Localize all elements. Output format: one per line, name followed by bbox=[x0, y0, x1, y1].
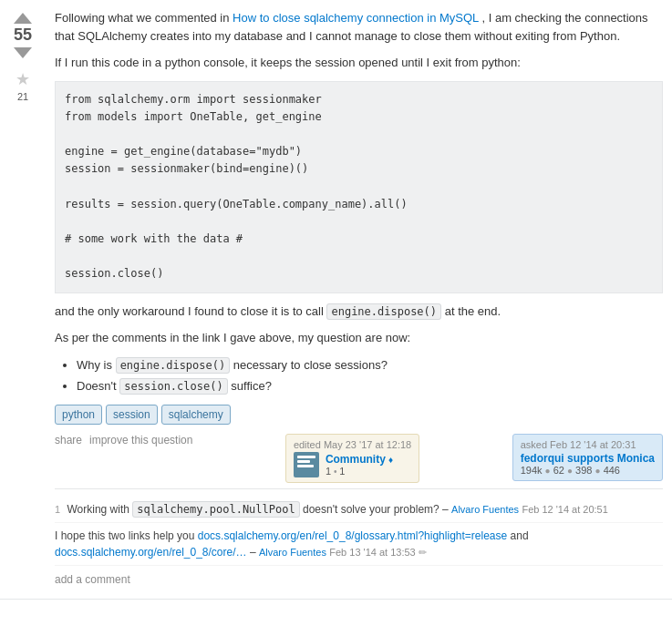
asker-rep: 194k bbox=[521, 465, 543, 476]
comment-user-1[interactable]: Alvaro Fuentes bbox=[451, 504, 519, 515]
engine-dispose-code-1: engine.dispose() bbox=[116, 357, 231, 374]
add-comment-link[interactable]: add a comment bbox=[55, 570, 130, 590]
comment-link-2[interactable]: docs.sqlalchemy.org/en/rel_0_8/core/… bbox=[55, 546, 247, 559]
comment-section: 1 Working with sqlalchemy.pool.NullPool … bbox=[55, 488, 663, 590]
community-user-icon bbox=[294, 452, 319, 477]
vote-count: 55 bbox=[14, 26, 32, 46]
asked-label: asked Feb 12 '14 at 20:31 bbox=[521, 439, 655, 450]
asker-stats: 194k ● 62 ● 398 ● 446 bbox=[521, 465, 655, 476]
nullpool-code: sqlalchemy.pool.NullPool bbox=[132, 501, 299, 518]
edited-by-card: edited May 23 '17 at 12:18 Community ♦ bbox=[285, 434, 419, 483]
gold-bullet: ● bbox=[545, 466, 551, 476]
session-close-code: session.close() bbox=[119, 378, 227, 395]
question-run-text: If I run this code in a python console, … bbox=[55, 54, 663, 72]
silver-badges: 398 bbox=[575, 465, 592, 476]
icon-bar-3 bbox=[297, 465, 314, 467]
silver-bullet: ● bbox=[567, 466, 573, 476]
comment-2: I hope this two links help you docs.sqla… bbox=[55, 523, 663, 566]
editor-info: Community ♦ 1 • 1 bbox=[294, 452, 411, 477]
share-link[interactable]: share bbox=[55, 434, 82, 446]
diamond-icon: ♦ bbox=[388, 455, 393, 465]
list-item-2-text: Doesn't bbox=[77, 379, 119, 393]
gold-badges: 62 bbox=[553, 465, 564, 476]
icon-bar-1 bbox=[297, 456, 315, 458]
comment-link-1[interactable]: docs.sqlalchemy.org/en/rel_0_8/glossary.… bbox=[198, 529, 507, 542]
question-intro-text: Following what we commented in How to cl… bbox=[55, 9, 663, 45]
editor-name-block: Community ♦ 1 • 1 bbox=[326, 453, 393, 477]
asker-name-link[interactable]: fedorqui supports Monica bbox=[521, 452, 655, 465]
vote-column: 55 ★ 21 bbox=[0, 9, 46, 590]
question-body: Following what we commented in How to cl… bbox=[46, 9, 672, 590]
list-item-1-text2: necessary to close sessions? bbox=[233, 358, 388, 372]
comment-and: and bbox=[511, 529, 529, 542]
icon-bar-2 bbox=[297, 460, 310, 463]
asked-by-card: asked Feb 12 '14 at 20:31 fedorqui suppo… bbox=[512, 434, 663, 481]
question-post: 55 ★ 21 Following what we commented in H… bbox=[0, 0, 672, 600]
edited-label: edited May 23 '17 at 12:18 bbox=[294, 439, 411, 450]
comment-text-2a: I hope this two links help you bbox=[55, 529, 198, 542]
editor-rep: 1 bbox=[326, 466, 331, 477]
editor-name-link[interactable]: Community bbox=[326, 453, 386, 466]
vote-down-button[interactable] bbox=[14, 47, 32, 58]
comment-text-1b: doesn't solve your problem? – bbox=[303, 503, 451, 516]
pencil-icon: ✏ bbox=[419, 547, 427, 558]
asker-info: fedorqui supports Monica 194k ● 62 ● 398… bbox=[521, 452, 655, 476]
post-footer: share improve this question edited May 2… bbox=[55, 434, 663, 483]
tag-session[interactable]: session bbox=[106, 405, 158, 425]
editor-badges: 1 bbox=[339, 466, 345, 477]
question-list: Why is engine.dispose() necessary to clo… bbox=[55, 356, 663, 395]
after-code-end: at the end. bbox=[445, 304, 501, 318]
comment-user-2[interactable]: Alvaro Fuentes bbox=[259, 547, 326, 558]
question-prelude: As per the comments in the link I gave a… bbox=[55, 329, 663, 347]
comment-date-1: Feb 12 '14 at 20:51 bbox=[522, 504, 607, 515]
reference-link[interactable]: How to close sqlalchemy connection in My… bbox=[233, 11, 479, 25]
bronze-bullet: ● bbox=[595, 466, 601, 476]
intro-text-1: Following what we commented in bbox=[55, 11, 233, 25]
list-item-2-text2: suffice? bbox=[231, 379, 272, 393]
favorite-count: 21 bbox=[17, 91, 28, 102]
code-block: from sqlalchemy.orm import sessionmaker … bbox=[55, 81, 663, 293]
comment-dash: – bbox=[250, 546, 259, 559]
list-item-2: Doesn't session.close() suffice? bbox=[77, 377, 663, 395]
comment-1: 1 Working with sqlalchemy.pool.NullPool … bbox=[55, 497, 663, 523]
improve-question-link[interactable]: improve this question bbox=[89, 434, 192, 446]
editor-stats: 1 • 1 bbox=[326, 466, 393, 477]
bronze-badges: 446 bbox=[604, 465, 620, 476]
engine-dispose-inline: engine.dispose() bbox=[326, 303, 441, 320]
favorite-star-icon[interactable]: ★ bbox=[16, 69, 30, 89]
tag-list: python session sqlalchemy bbox=[55, 405, 663, 425]
list-item-1: Why is engine.dispose() necessary to clo… bbox=[77, 356, 663, 375]
comment-date-2: Feb 13 '14 at 13:53 bbox=[329, 547, 415, 558]
after-code-text: and the only workaround I found to close… bbox=[55, 304, 326, 318]
comment-text-1: Working with bbox=[67, 503, 132, 516]
question-after-code: and the only workaround I found to close… bbox=[55, 303, 663, 321]
vote-up-button[interactable] bbox=[14, 13, 32, 24]
community-icon-bars bbox=[294, 452, 319, 471]
list-item-1-text: Why is bbox=[77, 358, 116, 372]
asker-name-block: fedorqui supports Monica 194k ● 62 ● 398… bbox=[521, 452, 655, 476]
comment-vote-1[interactable]: 1 bbox=[55, 504, 60, 515]
post-actions: share improve this question bbox=[55, 434, 192, 446]
tag-sqlalchemy[interactable]: sqlalchemy bbox=[161, 405, 231, 425]
tag-python[interactable]: python bbox=[55, 405, 102, 425]
editor-name-row: Community ♦ bbox=[326, 453, 393, 466]
